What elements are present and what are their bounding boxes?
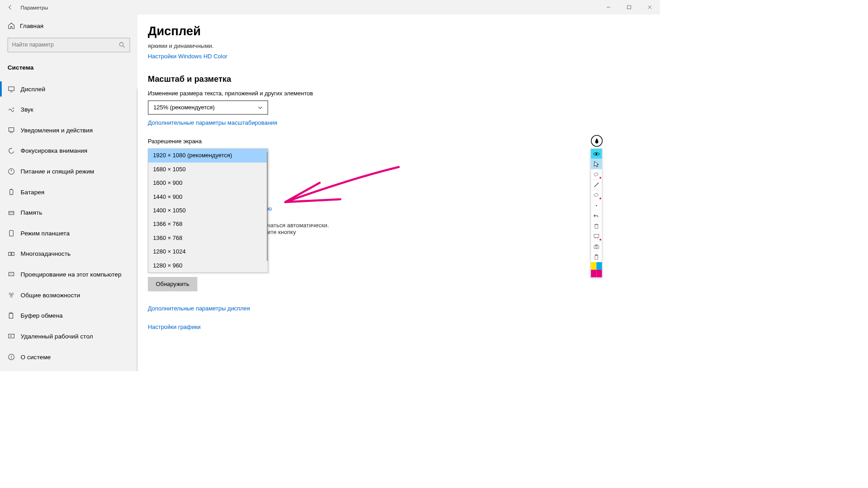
nav-icon <box>8 168 15 175</box>
svg-point-4 <box>119 42 123 46</box>
arrow-left-icon <box>8 5 13 10</box>
svg-line-5 <box>123 46 124 47</box>
nav-icon <box>8 230 15 237</box>
clipboard-icon <box>594 254 599 259</box>
resolution-option[interactable]: 1600 × 900 <box>148 176 268 190</box>
sidebar-item-11[interactable]: Буфер обмена <box>0 305 137 326</box>
eraser-icon <box>593 192 599 197</box>
svg-rect-1 <box>627 5 631 9</box>
svg-rect-6 <box>9 87 14 90</box>
nav-label: Фокусировка внимания <box>21 147 88 155</box>
close-button[interactable] <box>639 0 660 14</box>
hdr-link[interactable]: Настройки Windows HD Color <box>148 53 227 60</box>
resolution-option[interactable]: 1280 × 1024 <box>148 245 268 258</box>
close-icon <box>648 5 652 9</box>
advanced-scale-link[interactable]: Дополнительные параметры масштабирования <box>148 120 277 127</box>
nav-label: Дисплей <box>21 85 45 93</box>
nav-label: Режим планшета <box>21 230 70 237</box>
tool-undo[interactable] <box>591 211 602 221</box>
nav-icon <box>8 188 15 196</box>
page-title: Дисплей <box>148 24 643 38</box>
titlebar: Параметры <box>0 0 660 14</box>
nav-icon <box>8 85 15 93</box>
resolution-option[interactable]: 1280 × 960 <box>148 259 268 272</box>
sidebar-item-6[interactable]: Память <box>0 202 137 223</box>
svg-rect-32 <box>594 173 598 176</box>
back-button[interactable] <box>0 0 21 14</box>
line-icon <box>593 182 599 188</box>
color-swatches[interactable] <box>591 262 602 277</box>
tool-camera[interactable] <box>591 242 602 252</box>
toolbar-logo <box>591 135 603 147</box>
sidebar: Главная Система ДисплейЗвукУведомления и… <box>0 14 137 371</box>
nav-label: Буфер обмена <box>21 312 63 319</box>
nav-icon <box>8 106 15 113</box>
behind-text-1: чаться автоматически. <box>268 222 423 229</box>
nav-label: Проецирование на этот компьютер <box>21 271 122 278</box>
sidebar-item-4[interactable]: Питание и спящий режим <box>0 161 137 182</box>
svg-line-39 <box>595 237 595 239</box>
minimize-button[interactable] <box>598 0 619 14</box>
svg-point-22 <box>10 296 12 297</box>
behind-text-2: ите кнопку <box>268 229 423 235</box>
sidebar-item-0[interactable]: Дисплей <box>0 79 137 99</box>
tool-dot[interactable]: • <box>591 200 602 211</box>
nav-label: Звук <box>21 106 33 113</box>
sidebar-item-7[interactable]: Режим планшета <box>0 223 137 244</box>
scale-label: Изменение размера текста, приложений и д… <box>148 90 643 97</box>
detect-button[interactable]: Обнаружить <box>148 277 197 291</box>
svg-line-24 <box>12 295 12 296</box>
resolution-option[interactable]: 1440 × 900 <box>148 190 268 204</box>
system-category: Система <box>0 59 137 79</box>
resolution-option[interactable]: 1680 × 1050 <box>148 163 268 176</box>
board-icon <box>593 234 599 239</box>
nav-icon <box>8 147 15 155</box>
svg-rect-38 <box>594 234 599 237</box>
sidebar-item-9[interactable]: Проецирование на этот компьютер <box>0 264 137 285</box>
nav-label: О системе <box>21 353 51 361</box>
main-panel: Дисплей яркими и динамичными. Настройки … <box>137 14 660 371</box>
svg-line-23 <box>11 295 11 296</box>
nav-icon <box>8 312 15 319</box>
advanced-display-link[interactable]: Дополнительные параметры дисплея <box>148 305 250 312</box>
svg-rect-18 <box>12 252 14 255</box>
tool-eraser-2[interactable] <box>591 190 602 201</box>
svg-rect-9 <box>9 128 14 131</box>
eraser-icon <box>593 172 599 177</box>
partial-link[interactable]: ю <box>268 206 272 212</box>
tool-visibility[interactable] <box>591 149 602 159</box>
sidebar-item-2[interactable]: Уведомления и действия <box>0 120 137 141</box>
sidebar-item-12[interactable]: Удаленный рабочий стол <box>0 326 137 347</box>
maximize-button[interactable] <box>619 0 640 14</box>
nav-label: Удаленный рабочий стол <box>21 333 93 340</box>
tool-cursor[interactable] <box>591 159 602 169</box>
scale-section-title: Масштаб и разметка <box>148 74 643 84</box>
sidebar-item-10[interactable]: Общие возможности <box>0 285 137 305</box>
tool-board[interactable] <box>591 231 602 242</box>
annotation-toolbar[interactable]: • <box>590 148 602 277</box>
nav-label: Память <box>21 209 42 216</box>
tool-eraser-1[interactable] <box>591 169 602 180</box>
tool-trash[interactable] <box>591 221 602 231</box>
sidebar-item-3[interactable]: Фокусировка внимания <box>0 141 137 161</box>
undo-icon <box>593 213 599 218</box>
home-nav[interactable]: Главная <box>0 16 137 35</box>
tool-line[interactable] <box>591 180 602 190</box>
sidebar-item-8[interactable]: Многозадачность <box>0 244 137 264</box>
svg-rect-44 <box>595 255 598 259</box>
sidebar-item-5[interactable]: Батарея <box>0 182 137 202</box>
nav-icon <box>8 333 15 340</box>
resolution-label: Разрешение экрана <box>148 138 643 145</box>
svg-rect-35 <box>595 225 598 228</box>
sidebar-item-1[interactable]: Звук <box>0 99 137 120</box>
svg-rect-43 <box>595 244 597 245</box>
search-input[interactable] <box>8 38 130 52</box>
tool-clipboard[interactable] <box>591 252 602 262</box>
hdr-subtext: яркими и динамичными. <box>148 42 643 49</box>
scale-dropdown[interactable]: 125% (рекомендуется) <box>148 100 268 115</box>
graphics-link[interactable]: Настройки графики <box>148 324 201 330</box>
home-icon <box>8 22 15 30</box>
resolution-option[interactable]: 868 × 488 (рекомендуется) <box>148 149 268 162</box>
sidebar-item-13[interactable]: О системе <box>0 347 137 367</box>
camera-icon <box>593 244 599 249</box>
